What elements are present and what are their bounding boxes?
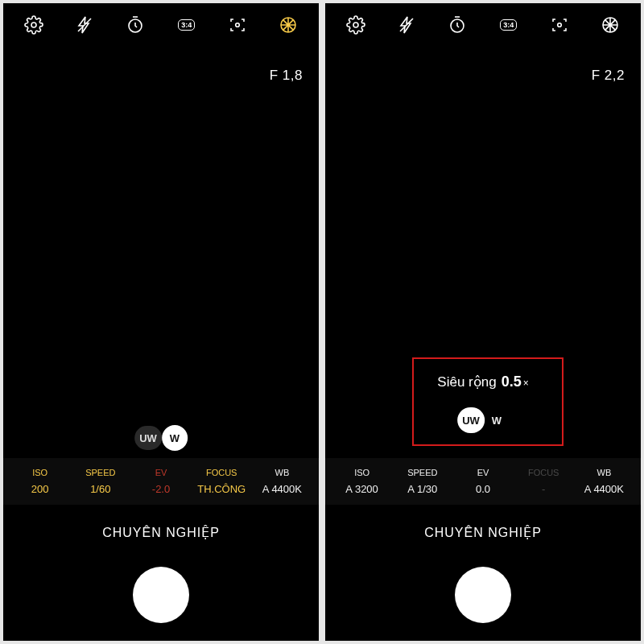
aperture-readout: F 1,8 [270,68,303,84]
param-speed[interactable]: SPEED 1/60 [70,466,130,497]
zoom-text: Siêu rộng [437,374,496,390]
zoom-multiplier: 0.5 [502,374,522,390]
param-strip: ISO 200 SPEED 1/60 EV -2.0 FOCUS TH.CÔNG… [3,458,319,505]
zoom-x: × [523,378,529,389]
param-strip: ISO A 3200 SPEED A 1/30 EV 0.0 FOCUS - W… [325,458,641,505]
timer-icon[interactable] [125,14,146,35]
param-wb[interactable]: WB A 4400K [574,466,634,497]
shutter-button[interactable] [455,567,511,623]
svg-point-3 [236,23,240,27]
shutter-button[interactable] [133,567,189,623]
phone-right: 3:4 F 2,2 Siêu rộng 0.5 × UW W ISO A 320… [325,3,641,641]
param-focus[interactable]: FOCUS TH.CÔNG [192,466,252,497]
zoom-label: Siêu rộng 0.5 × [437,374,528,390]
scene-detect-icon[interactable] [549,14,570,35]
mode-label[interactable]: CHUYÊN NGHIỆP [3,525,319,540]
param-focus[interactable]: FOCUS - [514,466,574,497]
color-wheel-icon[interactable] [600,14,621,35]
svg-point-0 [31,23,36,27]
param-iso[interactable]: ISO A 3200 [332,466,392,497]
gear-icon[interactable] [345,14,366,35]
ratio-label: 3:4 [500,19,517,31]
scene-detect-icon[interactable] [227,14,248,35]
lens-uw-button[interactable]: UW [134,426,162,450]
mode-label[interactable]: CHUYÊN NGHIỆP [325,525,641,540]
svg-point-5 [353,23,358,27]
param-iso[interactable]: ISO 200 [10,466,70,497]
lens-uw-button[interactable]: UW [457,407,485,433]
param-ev[interactable]: EV -2.0 [130,466,191,497]
timer-icon[interactable] [447,14,468,35]
ratio-label: 3:4 [178,19,195,31]
aspect-ratio-icon[interactable]: 3:4 [498,14,519,35]
gear-icon[interactable] [23,14,44,35]
param-speed[interactable]: SPEED A 1/30 [392,466,452,497]
lens-toggle: UW W [457,407,509,433]
aperture-readout: F 2,2 [592,68,625,84]
top-toolbar: 3:4 [3,3,319,47]
svg-point-8 [558,23,562,27]
lens-w-button[interactable]: W [162,425,188,451]
color-wheel-icon[interactable] [278,14,299,35]
aspect-ratio-icon[interactable]: 3:4 [176,14,197,35]
lens-toggle: UW W [134,425,188,451]
top-toolbar: 3:4 [325,3,641,47]
param-wb[interactable]: WB A 4400K [252,466,312,497]
param-ev[interactable]: EV 0.0 [452,466,513,497]
flash-icon[interactable] [74,14,95,35]
flash-icon[interactable] [396,14,417,35]
phone-left: 3:4 F 1,8 UW W ISO 200 SPEED 1/60 EV -2.… [3,3,319,641]
lens-w-button[interactable]: W [485,408,509,432]
